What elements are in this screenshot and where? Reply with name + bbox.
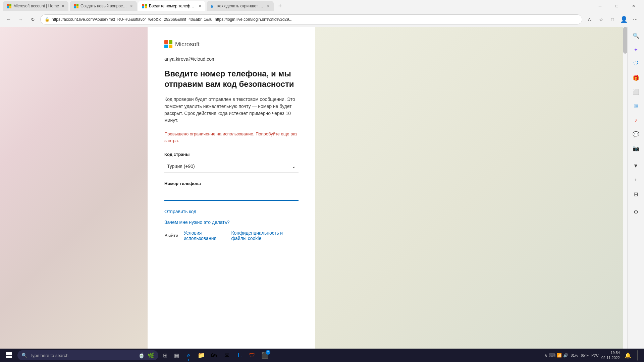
- url-bar[interactable]: 🔒 https://account.live.com/Abuse?mkt=RU-…: [40, 14, 582, 24]
- taskbar-edge-icon[interactable]: e: [182, 349, 195, 361]
- tab-close-1[interactable]: ×: [62, 3, 64, 9]
- win-logo-br: [9, 356, 12, 359]
- address-icons: Aᵢ ☆ □ 👤 ⋯: [585, 15, 640, 24]
- refresh-button[interactable]: ↻: [28, 15, 38, 24]
- left-background: [0, 27, 148, 349]
- svg-rect-6: [74, 6, 76, 8]
- ms-logo-grid: [164, 40, 172, 48]
- tray-expand-icon[interactable]: ∧: [544, 353, 547, 358]
- country-select-wrapper: Турция (+90) ⌄: [164, 160, 299, 173]
- taskbar-mail-icon[interactable]: ✉: [221, 349, 233, 361]
- tab-favicon-2: [74, 4, 78, 8]
- start-button[interactable]: [3, 349, 15, 361]
- sidebar-collapse-icon[interactable]: ▼: [630, 160, 642, 172]
- system-clock[interactable]: 19:54 02.11.2022: [601, 350, 620, 361]
- svg-rect-7: [76, 6, 78, 8]
- taskbar-explorer-icon[interactable]: 📁: [195, 349, 207, 361]
- sidebar-add-icon[interactable]: +: [630, 174, 642, 186]
- taskbar-store-icon[interactable]: 🛍: [208, 349, 220, 361]
- language-indicator[interactable]: РУС: [591, 353, 599, 357]
- tab-strip: Microsoft account | Home × Создать новый…: [3, 1, 285, 11]
- tray-volume-icon[interactable]: 🔊: [563, 353, 568, 358]
- sidebar-messenger-icon[interactable]: 💬: [630, 128, 642, 140]
- taskbar-widgets-icon[interactable]: ▦: [171, 350, 182, 361]
- maximize-button[interactable]: □: [609, 0, 625, 12]
- tray-network-icon[interactable]: 📶: [557, 353, 562, 358]
- sidebar-copilot-icon[interactable]: ✦: [630, 44, 642, 56]
- notification-icon[interactable]: 🔔: [623, 350, 633, 361]
- svg-rect-8: [142, 4, 144, 6]
- forward-button[interactable]: →: [16, 15, 25, 24]
- sidebar-search-icon[interactable]: 🔍: [630, 29, 642, 42]
- svg-rect-0: [7, 4, 9, 6]
- new-tab-button[interactable]: +: [275, 1, 285, 11]
- page-scrollbar[interactable]: [623, 27, 627, 349]
- sidebar-office-icon[interactable]: ⬜: [630, 86, 642, 98]
- taskbar-lync-icon[interactable]: L: [233, 349, 246, 361]
- sidebar-store-icon[interactable]: 🎁: [630, 72, 642, 84]
- taskbar-search-bar[interactable]: 🔍 Type here to search 🍵 🌿: [17, 350, 158, 360]
- show-desktop-button[interactable]: [637, 350, 639, 361]
- logout-link[interactable]: Выйти: [164, 233, 178, 238]
- browser-star-icon[interactable]: ☆: [596, 15, 606, 24]
- terms-link[interactable]: Условия использования: [183, 230, 226, 241]
- send-code-link[interactable]: Отправить код: [164, 209, 299, 214]
- url-text: https://account.live.com/Abuse?mkt=RU-RU…: [52, 17, 578, 22]
- collections-icon[interactable]: □: [608, 15, 617, 24]
- sidebar-divider-2: [631, 203, 641, 203]
- edge-active-indicator: [188, 359, 189, 361]
- privacy-link[interactable]: Конфиденциальность и файлы cookie: [231, 230, 299, 241]
- clock-date: 02.11.2022: [601, 355, 620, 360]
- phone-input[interactable]: [164, 189, 299, 201]
- tab-favicon-4: e: [211, 4, 215, 8]
- sidebar-settings-icon[interactable]: ⚙: [630, 206, 642, 218]
- clock-time: 19:54: [601, 350, 620, 355]
- taskbar-apps: ⊞ ▦ e 📁 🛍 ✉ L 🛡 ⬛ 2: [160, 349, 271, 361]
- svg-rect-3: [9, 6, 11, 8]
- sidebar-outlook-icon[interactable]: ✉: [630, 100, 642, 112]
- browser-sidebar: 🔍 ✦ 🛡 🎁 ⬜ ✉ ♪ 💬 📷 ▼ + ⊟ ⚙: [627, 27, 644, 349]
- why-link[interactable]: Зачем мне нужно это делать?: [164, 220, 299, 225]
- main-content: Microsoft anya.kirova@icloud.com Введите…: [148, 27, 644, 349]
- scrollbar-thumb[interactable]: [623, 27, 627, 54]
- page-title: Введите номер телефона, и мы отправим ва…: [164, 68, 299, 89]
- phone-input-wrapper: [164, 189, 299, 201]
- more-options-icon[interactable]: ⋯: [631, 15, 640, 24]
- tab-close-4[interactable]: ×: [267, 3, 270, 9]
- close-button[interactable]: ✕: [626, 0, 641, 12]
- notification-badge: 2: [266, 350, 270, 355]
- minimize-button[interactable]: ─: [592, 0, 608, 12]
- window-controls: ─ □ ✕: [592, 0, 641, 12]
- back-button[interactable]: ←: [4, 15, 13, 24]
- tab-close-2[interactable]: ×: [130, 3, 133, 9]
- tab-1[interactable]: Microsoft account | Home ×: [3, 1, 68, 11]
- system-tray: ∧ ⌨ 📶 🔊: [544, 353, 568, 358]
- tab-close-3[interactable]: ×: [199, 3, 201, 9]
- ms-grid-red: [164, 40, 168, 44]
- tray-keyboard-icon[interactable]: ⌨: [549, 353, 555, 358]
- tab-3[interactable]: Введите номер телефона, и мы... ×: [138, 1, 205, 11]
- ms-grid-blue: [164, 45, 168, 48]
- tab-label-1: Microsoft account | Home: [13, 4, 59, 8]
- taskbar-shield-icon[interactable]: 🛡: [246, 349, 258, 361]
- battery-text: 81%: [571, 353, 578, 357]
- ms-logo-text: Microsoft: [175, 41, 200, 48]
- svg-rect-5: [76, 4, 78, 6]
- error-message: Превышено ограничение на использование. …: [164, 131, 299, 144]
- tab-4[interactable]: e как сделать скриншот на ноутб... ×: [207, 1, 274, 11]
- profile-icon[interactable]: 👤: [619, 15, 629, 24]
- sidebar-instagram-icon[interactable]: 📷: [630, 142, 642, 154]
- read-aloud-icon[interactable]: Aᵢ: [585, 15, 594, 24]
- svg-rect-4: [74, 4, 76, 6]
- sidebar-shield-icon[interactable]: 🛡: [630, 58, 642, 70]
- country-select[interactable]: Турция (+90): [164, 160, 299, 173]
- tab-2[interactable]: Создать новый вопрос или нач... ×: [70, 1, 137, 11]
- taskbar-plant-icon: 🌿: [148, 352, 154, 359]
- title-bar: Microsoft account | Home × Создать новый…: [0, 0, 644, 12]
- sidebar-customize-icon[interactable]: ⊟: [630, 188, 642, 200]
- taskbar-right: ∧ ⌨ 📶 🔊 81% 65°F РУС 19:54 02.11.2022 🔔: [544, 350, 641, 361]
- sidebar-music-icon[interactable]: ♪: [630, 114, 642, 126]
- taskbar: 🔍 Type here to search 🍵 🌿 ⊞ ▦ e 📁 🛍 ✉ L …: [0, 349, 644, 362]
- taskbar-view-icon[interactable]: ⊞: [160, 350, 170, 361]
- taskbar-msstore-icon[interactable]: ⬛ 2: [259, 349, 271, 361]
